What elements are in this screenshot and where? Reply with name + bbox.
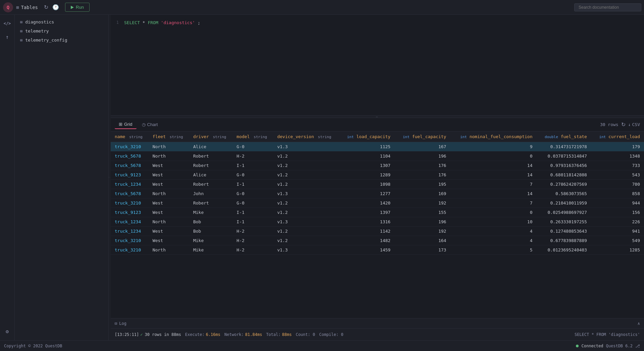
horizontal-resize-handle[interactable]: ⋯ bbox=[111, 115, 644, 118]
table-cell: 0.677839887889 bbox=[537, 236, 591, 245]
table-cell: 196 bbox=[394, 217, 450, 227]
refresh-button[interactable]: ↻ bbox=[42, 3, 50, 12]
csv-download-button[interactable]: ↓ CSV bbox=[628, 122, 640, 127]
col-header-name[interactable]: name string bbox=[111, 131, 149, 142]
version-label: QuestDB 6.2 bbox=[606, 344, 633, 348]
table-cell: 156 bbox=[591, 208, 644, 217]
run-label: Run bbox=[76, 5, 84, 10]
col-header-fuel-capacity[interactable]: int fuel_capacity bbox=[394, 131, 450, 142]
table-cell: 0.314731721978 bbox=[537, 142, 591, 152]
table-cell: 0.263330197255 bbox=[537, 217, 591, 227]
data-table-wrapper[interactable]: name string fleet string driver string bbox=[111, 131, 644, 318]
col-header-load-capacity[interactable]: int load_capacity bbox=[339, 131, 394, 142]
table-cell: 5 bbox=[450, 245, 536, 255]
table-cell: 1142 bbox=[339, 227, 394, 236]
table-row[interactable]: truck_1234NorthBobI-1v1.31316196100.2633… bbox=[111, 217, 644, 227]
run-triangle-icon bbox=[71, 6, 74, 9]
table-item-diagnostics[interactable]: ⊞ diagnostics bbox=[15, 17, 108, 26]
col-header-fleet[interactable]: fleet string bbox=[149, 131, 189, 142]
table-row[interactable]: truck_5678NorthJohnG-0v1.31277169140.586… bbox=[111, 189, 644, 198]
table-cell: v1.3 bbox=[273, 142, 338, 152]
table-row[interactable]: truck_5678WestRobertI-1v1.21307176140.97… bbox=[111, 161, 644, 170]
table-cell: I-1 bbox=[232, 208, 273, 217]
table-cell: 1277 bbox=[339, 189, 394, 198]
table-cell: 0.127480853643 bbox=[537, 227, 591, 236]
table-cell: 0.0378715314847 bbox=[537, 152, 591, 161]
tab-grid[interactable]: ⊞ Grid bbox=[115, 120, 137, 129]
history-button[interactable]: 🕐 bbox=[50, 3, 61, 12]
editor-line-1: 1 SELECT * FROM 'diagnostics' ; bbox=[111, 19, 644, 26]
sql-editor[interactable]: 1 SELECT * FROM 'diagnostics' ; bbox=[111, 15, 644, 115]
table-cell: v1.2 bbox=[273, 180, 338, 189]
table-grid-icon: ⊞ bbox=[20, 29, 22, 34]
table-item-telemetry[interactable]: ⊞ telemetry bbox=[15, 26, 108, 36]
row-count: 30 rows bbox=[600, 122, 619, 127]
table-row[interactable]: truck_1234WestRobertI-1v1.2109819570.278… bbox=[111, 180, 644, 189]
github-icon[interactable]: ⎇ bbox=[635, 344, 640, 348]
table-cell: 543 bbox=[591, 170, 644, 180]
table-cell: 14 bbox=[450, 170, 536, 180]
editor-content: 1 SELECT * FROM 'diagnostics' ; bbox=[111, 15, 644, 109]
table-cell: West bbox=[149, 198, 189, 208]
table-cell: Alice bbox=[189, 170, 232, 180]
results-refresh-button[interactable]: ↻ bbox=[621, 121, 626, 128]
table-row[interactable]: truck_3210WestRobertG-0v1.2142019270.210… bbox=[111, 198, 644, 208]
sidebar-item-code[interactable]: </> bbox=[1, 17, 13, 30]
search-documentation-input[interactable] bbox=[574, 3, 641, 11]
table-cell: 4 bbox=[450, 227, 536, 236]
table-item-telemetry-config[interactable]: ⊞ telemetry_config bbox=[15, 36, 108, 45]
table-row[interactable]: truck_9123WestAliceG-0v1.21289176140.680… bbox=[111, 170, 644, 180]
table-cell: truck_3210 bbox=[111, 142, 149, 152]
table-string: 'diagnostics' bbox=[161, 20, 195, 25]
table-cell: 0.979316376456 bbox=[537, 161, 591, 170]
download-icon: ↓ bbox=[628, 122, 631, 127]
table-cell: G-0 bbox=[232, 189, 273, 198]
table-cell: 944 bbox=[591, 198, 644, 208]
table-cell: 196 bbox=[394, 152, 450, 161]
table-cell: truck_3210 bbox=[111, 236, 149, 245]
table-cell: West bbox=[149, 236, 189, 245]
sidebar-item-settings[interactable]: ⚙ bbox=[1, 326, 13, 338]
table-cell: 0.278624207569 bbox=[537, 180, 591, 189]
table-cell: G-0 bbox=[232, 142, 273, 152]
history-icon: 🕐 bbox=[52, 4, 59, 10]
table-cell: 549 bbox=[591, 236, 644, 245]
table-row[interactable]: truck_1234WestBobH-2v1.2114219240.127480… bbox=[111, 227, 644, 236]
tab-chart[interactable]: ◷ Chart bbox=[138, 120, 162, 129]
table-row[interactable]: truck_3210WestMikeH-2v1.2148216440.67783… bbox=[111, 236, 644, 245]
copyright: Copyright © 2022 QuestDB bbox=[4, 344, 62, 348]
table-cell: 0.0254988697927 bbox=[537, 208, 591, 217]
run-button[interactable]: Run bbox=[65, 3, 90, 12]
log-bar[interactable]: ⊟ Log ∧ bbox=[111, 318, 644, 328]
execute-label: Execute: bbox=[185, 332, 205, 337]
table-cell: Bob bbox=[189, 217, 232, 227]
tables-section: ⊞ Tables bbox=[16, 5, 38, 10]
results-toolbar: ⊞ Grid ◷ Chart 30 rows ↻ ↓ CSV bbox=[111, 118, 644, 131]
col-header-device-version[interactable]: device_version string bbox=[273, 131, 338, 142]
col-header-fuel-state[interactable]: double fuel_state bbox=[537, 131, 591, 142]
table-cell: 192 bbox=[394, 198, 450, 208]
table-cell: Robert bbox=[189, 198, 232, 208]
col-header-driver[interactable]: driver string bbox=[189, 131, 232, 142]
tables-grid-icon: ⊞ bbox=[16, 5, 19, 10]
table-cell: 1098 bbox=[339, 180, 394, 189]
log-collapse-icon[interactable]: ∧ bbox=[638, 321, 640, 326]
table-cell: 0.0123695240403 bbox=[537, 245, 591, 255]
col-header-nominal-fuel[interactable]: int nominal_fuel_consumption bbox=[450, 131, 536, 142]
grid-tab-icon: ⊞ bbox=[119, 122, 122, 127]
table-row[interactable]: truck_3210NorthAliceG-0v1.3112516790.314… bbox=[111, 142, 644, 152]
table-cell: truck_5678 bbox=[111, 161, 149, 170]
table-cell: 0.680118142808 bbox=[537, 170, 591, 180]
tables-label: Tables bbox=[21, 5, 38, 10]
table-row[interactable]: truck_5678NorthRobertH-2v1.2110419600.03… bbox=[111, 152, 644, 161]
table-cell: I-1 bbox=[232, 161, 273, 170]
table-row[interactable]: truck_9123WestMikeI-1v1.2139715500.02549… bbox=[111, 208, 644, 217]
table-row[interactable]: truck_3210NorthMikeH-2v1.3145917350.0123… bbox=[111, 245, 644, 255]
col-header-model[interactable]: model string bbox=[232, 131, 273, 142]
col-header-current-load[interactable]: int current_load bbox=[591, 131, 644, 142]
sidebar-item-upload[interactable]: ↑ bbox=[1, 31, 13, 43]
table-cell: v1.2 bbox=[273, 236, 338, 245]
table-cell: v1.2 bbox=[273, 161, 338, 170]
table-cell: 1289 bbox=[339, 170, 394, 180]
data-table: name string fleet string driver string bbox=[111, 131, 644, 255]
